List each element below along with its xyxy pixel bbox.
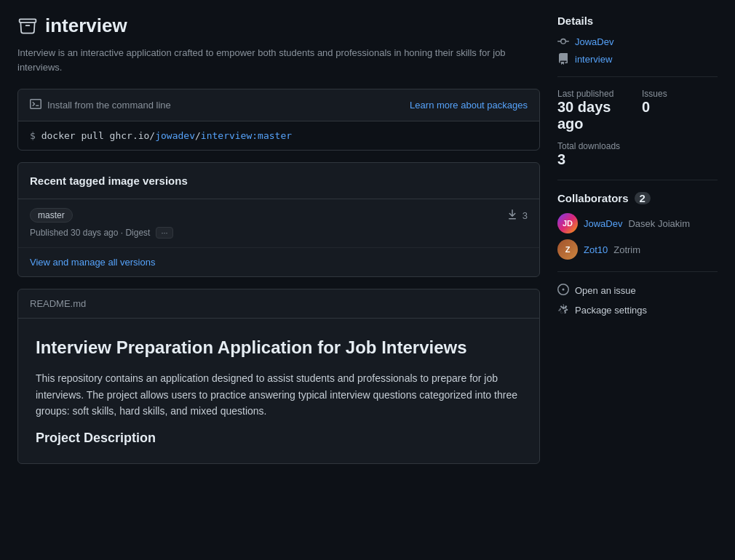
url-user: jowadev (155, 130, 195, 141)
package-header: interview (17, 15, 540, 37)
open-issue-link[interactable]: Open an issue (575, 285, 636, 296)
sidebar-divider-1 (557, 76, 718, 77)
last-published-label: Last published (557, 89, 633, 99)
open-issue-icon (557, 284, 569, 297)
readme-description: This repository contains an application … (36, 370, 522, 419)
package-settings-link[interactable]: Package settings (575, 305, 647, 316)
version-tag: master (30, 208, 73, 223)
avatar-zot10: Z (557, 239, 578, 260)
package-icon (17, 16, 38, 36)
issues-value: 0 (642, 99, 718, 116)
collaborators-count: 2 (635, 192, 651, 204)
issues-label: Issues (642, 89, 718, 99)
readme-label: README.md (18, 289, 539, 319)
collab-zot10-fullname: Zotrim (613, 244, 640, 255)
page-description: Interview is an interactive application … (17, 46, 540, 74)
terminal-icon (30, 98, 41, 112)
total-downloads-value: 3 (557, 151, 718, 168)
last-published-value: 30 days ago (557, 99, 633, 132)
repo-icon (557, 53, 569, 65)
open-issue-action[interactable]: Open an issue (557, 284, 718, 297)
total-downloads-label: Total downloads (557, 141, 718, 151)
readme-section-title: Project Description (36, 431, 522, 446)
sidebar: Details JowaDev interview (557, 15, 718, 464)
issues-stat: Issues 0 (642, 89, 718, 132)
sidebar-details: Details JowaDev interview (557, 15, 718, 317)
collaborator-zot10: Z Zot10 Zotrim (557, 239, 718, 260)
digest-button[interactable]: ··· (156, 227, 172, 239)
page-title: interview (45, 15, 127, 37)
owner-icon (557, 36, 569, 47)
sidebar-stats: Last published 30 days ago Issues 0 (557, 89, 718, 132)
total-downloads-stat: Total downloads 3 (557, 141, 718, 168)
collaborator-jowadev: JD JowaDev Dasek Joiakim (557, 213, 718, 233)
versions-card: Recent tagged image versions master 3 (17, 162, 540, 277)
readme-title: Interview Preparation Application for Jo… (36, 336, 522, 359)
download-count: 3 (523, 210, 528, 221)
command-text: docker pull ghcr.io/ (41, 130, 156, 141)
avatar-jowadev: JD (557, 213, 578, 233)
versions-card-header: Recent tagged image versions (18, 163, 539, 199)
package-settings-action[interactable]: Package settings (557, 303, 718, 317)
download-icon (506, 209, 518, 223)
version-published: Published 30 days ago · Digest (30, 228, 150, 238)
main-content: interview Interview is an interactive ap… (17, 15, 540, 464)
sidebar-divider-3 (557, 271, 718, 272)
version-downloads: 3 (506, 209, 528, 223)
sidebar-details-title: Details (557, 15, 718, 27)
view-all-versions-link[interactable]: View and manage all versions (18, 248, 539, 276)
dollar-sign: $ (30, 130, 41, 141)
sidebar-owner-row: JowaDev (557, 36, 718, 47)
readme-content: Interview Preparation Application for Jo… (18, 319, 539, 463)
install-label: Install from the command line (30, 98, 171, 112)
slash: / (195, 130, 201, 141)
versions-section-title: Recent tagged image versions (30, 175, 528, 187)
version-row: master 3 Published 30 days ago · Digest … (18, 199, 539, 248)
collab-jowadev-username[interactable]: JowaDev (584, 218, 622, 229)
last-published-stat: Last published 30 days ago (557, 89, 633, 132)
collab-zot10-username[interactable]: Zot10 (584, 244, 608, 255)
learn-more-link[interactable]: Learn more about packages (410, 100, 528, 111)
sidebar-repo-row: interview (557, 53, 718, 65)
version-row-top: master 3 (30, 208, 528, 223)
readme-card: README.md Interview Preparation Applicat… (17, 289, 540, 464)
install-card-header: Install from the command line Learn more… (18, 89, 539, 121)
version-meta: Published 30 days ago · Digest ··· (30, 227, 528, 239)
owner-link[interactable]: JowaDev (575, 36, 613, 47)
install-card-label: Install from the command line (47, 100, 171, 111)
repo-link[interactable]: interview (575, 54, 612, 65)
collaborators-title-text: Collaborators (557, 192, 629, 204)
collaborators-header: Collaborators 2 (557, 192, 718, 204)
install-card: Install from the command line Learn more… (17, 89, 540, 151)
collab-jowadev-fullname: Dasek Joiakim (628, 218, 690, 229)
sidebar-divider-2 (557, 180, 718, 180)
url-pkg: interview:master (201, 130, 292, 141)
gear-icon (557, 303, 569, 317)
install-command: $ docker pull ghcr.io/jowadev/interview:… (18, 121, 539, 150)
